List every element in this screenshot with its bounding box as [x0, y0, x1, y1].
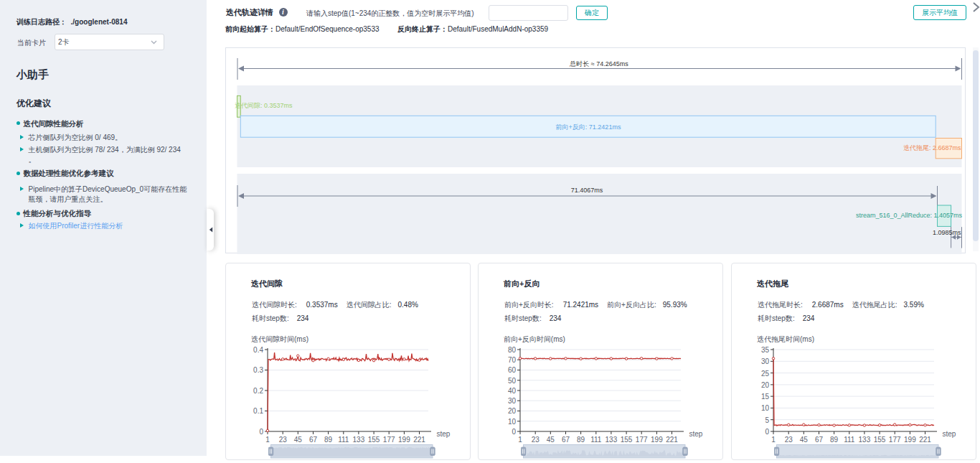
svg-text:0.4: 0.4	[253, 346, 263, 354]
svg-text:30: 30	[508, 397, 517, 405]
svg-text:前向+反向: 71.2421ms: 前向+反向: 71.2421ms	[556, 123, 621, 131]
svg-text:111: 111	[338, 436, 349, 444]
svg-text:0.2: 0.2	[253, 387, 263, 395]
svg-text:23: 23	[532, 436, 540, 444]
svg-text:133: 133	[606, 436, 618, 444]
svg-text:step: step	[689, 430, 703, 438]
svg-text:35: 35	[761, 346, 770, 354]
svg-text:199: 199	[904, 436, 916, 444]
svg-text:stream_516_0_AllReduce: 1.4057: stream_516_0_AllReduce: 1.4057ms	[856, 212, 963, 219]
svg-text:step: step	[943, 430, 956, 438]
svg-text:50: 50	[508, 377, 517, 385]
svg-text:67: 67	[562, 436, 570, 444]
svg-text:25: 25	[761, 370, 770, 378]
svg-text:155: 155	[368, 436, 380, 444]
svg-text:221: 221	[413, 436, 425, 444]
svg-text:45: 45	[547, 436, 555, 444]
svg-text:1: 1	[265, 436, 270, 444]
svg-text:67: 67	[309, 436, 318, 444]
svg-text:45: 45	[800, 436, 809, 444]
svg-text:23: 23	[279, 436, 288, 444]
svg-text:67: 67	[815, 436, 824, 444]
svg-text:0: 0	[765, 428, 769, 436]
svg-text:221: 221	[919, 436, 931, 444]
svg-text:89: 89	[324, 436, 333, 444]
svg-text:60: 60	[508, 366, 517, 374]
svg-text:177: 177	[383, 436, 395, 444]
svg-text:177: 177	[636, 436, 648, 444]
svg-text:45: 45	[294, 436, 303, 444]
svg-text:0: 0	[512, 428, 516, 436]
svg-text:199: 199	[398, 436, 410, 444]
svg-text:0.1: 0.1	[253, 407, 263, 415]
svg-text:迭代拖尾: 2.6687ms: 迭代拖尾: 2.6687ms	[903, 144, 961, 151]
svg-text:80: 80	[508, 346, 517, 354]
svg-text:5: 5	[765, 416, 769, 424]
svg-text:10: 10	[508, 418, 517, 426]
svg-text:20: 20	[508, 407, 517, 415]
svg-text:1: 1	[518, 436, 522, 444]
svg-text:1.0985ms: 1.0985ms	[933, 229, 961, 236]
svg-text:199: 199	[651, 436, 663, 444]
svg-text:step: step	[437, 430, 451, 438]
svg-text:0.3: 0.3	[253, 366, 263, 374]
svg-text:111: 111	[844, 436, 855, 444]
svg-text:40: 40	[508, 387, 517, 395]
svg-text:111: 111	[590, 436, 602, 444]
svg-text:15: 15	[761, 393, 770, 401]
svg-text:30: 30	[761, 357, 770, 365]
svg-text:177: 177	[889, 436, 901, 444]
svg-text:221: 221	[666, 436, 678, 444]
svg-text:70: 70	[508, 356, 517, 364]
svg-text:23: 23	[785, 436, 793, 444]
svg-text:0: 0	[259, 428, 263, 436]
svg-text:迭代间隙: 0.3537ms: 迭代间隙: 0.3537ms	[235, 102, 293, 109]
svg-text:133: 133	[353, 436, 365, 444]
svg-text:89: 89	[577, 436, 585, 444]
svg-text:155: 155	[621, 436, 633, 444]
svg-text:总时长 ≈ 74.2645ms: 总时长 ≈ 74.2645ms	[569, 60, 628, 67]
svg-text:20: 20	[761, 381, 770, 389]
svg-text:133: 133	[859, 436, 871, 444]
svg-text:1: 1	[771, 436, 776, 444]
svg-text:155: 155	[874, 436, 886, 444]
svg-text:89: 89	[830, 436, 839, 444]
svg-text:71.4067ms: 71.4067ms	[571, 187, 603, 194]
svg-text:10: 10	[761, 404, 770, 412]
